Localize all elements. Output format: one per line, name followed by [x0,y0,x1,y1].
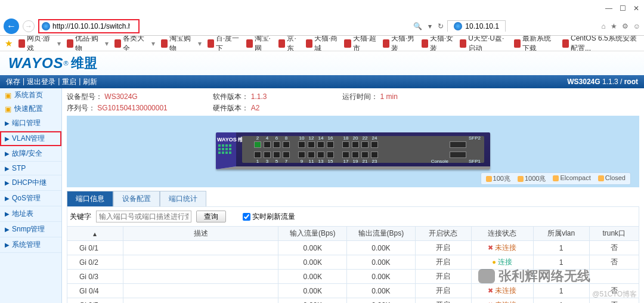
switch-port[interactable] [327,152,334,158]
sidebar-item[interactable]: ▶故障/安全 [0,146,61,162]
switch-port[interactable] [342,141,349,148]
table-row[interactable]: Gi 0/30.00K0.00K开启 [67,270,639,284]
caret-icon: ▶ [5,180,10,186]
table-header[interactable]: trunk口 [589,227,639,241]
table-header[interactable]: 描述 [123,227,278,241]
switch-port[interactable] [283,141,290,148]
window-titlebar: — ☐ ✕ [0,0,644,17]
switch-port[interactable] [371,141,378,148]
favorites-icon[interactable]: ★ [611,22,617,30]
sidebar-item[interactable]: ▶Snmp管理 [0,222,61,237]
switch-port[interactable] [308,152,315,158]
bookmark-item[interactable]: 优品·购物 [67,36,100,51]
switch-port[interactable] [352,141,359,148]
bookmark-item[interactable]: 网页·游戏 [18,36,51,51]
bookmark-icon [114,39,121,48]
sidebar-item[interactable]: ▶QoS管理 [0,191,61,206]
switch-port[interactable] [298,152,305,158]
switch-port[interactable] [317,152,324,158]
sidebar-quick-config[interactable]: ▣快速配置 [0,102,61,116]
smile-icon[interactable]: ☺ [633,22,640,30]
forward-button[interactable]: → [23,20,35,32]
switch-port[interactable] [327,141,334,148]
bookmark-icon [208,39,214,48]
url-input[interactable] [52,22,130,30]
refresh-icon[interactable]: ↻ [438,22,444,30]
sfp1-port[interactable] [450,152,466,158]
browser-tab[interactable]: 10.10.10.1 [447,20,506,32]
switch-port[interactable] [342,152,349,158]
switch-port[interactable] [298,141,305,148]
switch-port[interactable] [361,152,369,158]
bookmark-item[interactable]: 天猫·商城 [306,36,339,51]
sidebar-item[interactable]: ▶STP [0,162,61,175]
sidebar-item[interactable]: ▶系统管理 [0,237,61,253]
bookmark-item[interactable]: 百·度一下 [208,36,240,51]
switch-port[interactable] [254,141,261,148]
table-header[interactable]: 输出流量(Bps) [347,227,416,241]
bookmark-item[interactable]: 各类大全 [114,36,145,51]
table-row[interactable]: Gi 0/20.00K0.00K开启连接1否 [67,255,639,270]
sfp2-port[interactable] [450,141,466,148]
bookmark-item[interactable]: 天猫·超市 [344,36,377,51]
switch-port[interactable] [264,152,271,158]
switch-diagram: WAYOS 维盟 24681012141618202224 1357911131… [67,116,639,187]
window-close-icon[interactable]: ✕ [633,4,639,13]
bookmark-item[interactable]: 天猫·男装 [383,36,416,51]
query-button[interactable]: 查询 [196,211,226,222]
sidebar-item[interactable]: ▶VLAN管理 [0,131,61,146]
switch-port[interactable] [352,152,359,158]
back-button[interactable]: ← [4,18,19,34]
table-row[interactable]: Gi 0/10.00K0.00K开启未连接1否 [67,241,639,255]
content-tabs: 端口信息设备配置端口统计 [67,191,639,206]
sidebar-item[interactable]: ▶DHCP中继 [0,175,61,191]
sidebar-item[interactable]: ▶地址表 [0,206,61,222]
bookmark-icon [460,39,466,48]
realtime-checkbox[interactable] [243,213,250,221]
tab-title: 10.10.10.1 [465,22,499,30]
realtime-checkbox-label[interactable]: 实时刷新流量 [243,212,295,222]
switch-port[interactable] [361,141,369,148]
tools-icon[interactable]: ⚙ [622,22,628,30]
table-header[interactable]: 开启状态 [415,227,471,241]
sidebar-item[interactable]: ▶端口管理 [0,116,61,131]
content-tab[interactable]: 设备配置 [113,191,160,206]
keyword-input[interactable] [96,211,191,222]
home-icon[interactable]: ⌂ [601,22,605,30]
content-tab[interactable]: 端口统计 [160,191,206,206]
caret-icon: ▶ [5,226,10,233]
window-max-icon[interactable]: ☐ [620,4,626,13]
table-header[interactable]: 所属vlan [533,227,589,241]
switch-port[interactable] [264,141,271,148]
window-min-icon[interactable]: — [605,4,612,13]
bookmark-item[interactable]: 淘宝购物 [161,36,192,51]
topbar-action[interactable]: 保存 [6,77,20,87]
switch-port[interactable] [317,141,324,148]
switch-port[interactable] [371,152,378,158]
bookmark-item[interactable]: 最新系统下载 [514,36,556,51]
content-tab[interactable]: 端口信息 [67,191,113,206]
switch-port[interactable] [273,152,280,158]
table-row[interactable]: GI 0/40.00K0.00K开启未连接1否 [67,284,639,298]
table-row[interactable]: Gi 0/50.00K0.00K开启未连接1否 [67,298,639,304]
topbar-action[interactable]: 刷新 [83,77,97,87]
table-header[interactable]: 连接状态 [471,227,533,241]
switch-port[interactable] [273,141,280,148]
switch-port[interactable] [283,152,290,158]
table-header[interactable]: ▴ [67,227,123,241]
table-header[interactable]: 输入流量(Bps) [278,227,347,241]
search-icon[interactable]: 🔍 [413,22,422,30]
switch-port[interactable] [254,152,261,158]
sidebar-home[interactable]: ▣系统首页 [0,88,61,102]
sidebar: ▣系统首页 ▣快速配置 ▶端口管理▶VLAN管理▶故障/安全▶STP▶DHCP中… [0,88,62,303]
bookmark-item[interactable]: U天空·U盘·启动 [460,36,508,51]
switch-port[interactable] [308,141,315,148]
bookmark-item[interactable]: 天猫·女装 [422,36,454,51]
favorites-star-icon[interactable]: ★ [5,38,13,49]
bookmark-item[interactable]: 京·东 [278,36,299,51]
bookmark-item[interactable]: CentOS 6.5系统安装配置... [562,36,639,51]
bookmark-item[interactable]: 淘宝·网 [246,36,273,51]
bookmarks-bar: ★ 网页·游戏▾优品·购物▾各类大全▾淘宝购物▾百·度一下淘宝·网京·东天猫·商… [0,36,644,51]
topbar-action[interactable]: 退出登录 [27,77,55,87]
topbar-action[interactable]: 重启 [62,77,76,87]
